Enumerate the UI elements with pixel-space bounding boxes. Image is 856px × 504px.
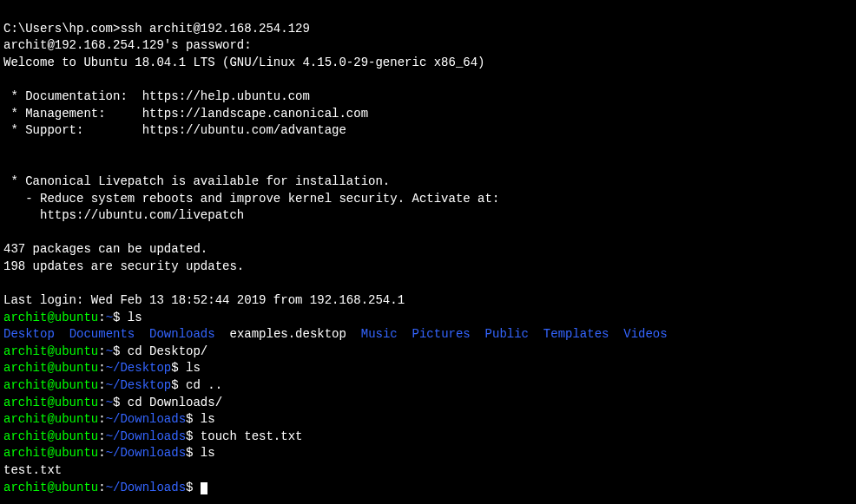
prompt-line-2: archit@ubuntu:~$ cd Desktop/ <box>3 344 207 358</box>
path-desktop: ~/Desktop <box>106 361 172 375</box>
path-downloads: ~/Downloads <box>106 481 186 494</box>
packages-update: 437 packages can be updated. <box>3 242 207 256</box>
separator: : <box>98 481 105 494</box>
welcome-banner: Welcome to Ubuntu 18.04.1 LTS (GNU/Linux… <box>3 56 485 69</box>
cursor-icon <box>201 482 207 494</box>
user-host: archit@ubuntu <box>3 446 98 460</box>
dollar-prompt: $ <box>113 311 128 324</box>
dir-downloads: Downloads <box>149 327 215 341</box>
separator: : <box>98 396 105 409</box>
livepatch-line3: https://ubuntu.com/livepatch <box>3 208 244 222</box>
dir-desktop: Desktop <box>3 327 55 341</box>
prompt-line-8: archit@ubuntu:~/Downloads$ ls <box>3 446 215 460</box>
ssh-command-line: C:\Users\hp.com>ssh archit@192.168.254.1… <box>3 22 310 36</box>
livepatch-line1: * Canonical Livepatch is available for i… <box>3 174 390 188</box>
separator: : <box>98 311 105 324</box>
separator: : <box>98 412 105 426</box>
dollar-prompt: $ <box>171 361 186 375</box>
file-examples: examples.desktop <box>230 327 346 341</box>
dollar-prompt: $ <box>186 429 201 443</box>
separator: : <box>98 446 105 460</box>
management-link: * Management: https://landscape.canonica… <box>3 107 368 121</box>
dollar-prompt: $ <box>186 412 201 426</box>
prompt-line-7: archit@ubuntu:~/Downloads$ touch test.tx… <box>3 429 302 443</box>
separator: : <box>98 429 105 443</box>
security-updates: 198 updates are security updates. <box>3 259 244 273</box>
password-prompt: archit@192.168.254.129's password: <box>3 38 252 52</box>
path-downloads: ~/Downloads <box>106 446 186 460</box>
path-desktop: ~/Desktop <box>106 378 172 392</box>
user-host: archit@ubuntu <box>3 361 98 375</box>
path-downloads: ~/Downloads <box>106 429 186 443</box>
path-home: ~ <box>106 396 113 409</box>
separator: : <box>98 344 105 358</box>
dollar-prompt: $ <box>113 344 128 358</box>
prompt-line-1: archit@ubuntu:~$ ls <box>3 311 142 324</box>
prompt-line-4: archit@ubuntu:~/Desktop$ cd .. <box>3 378 222 392</box>
user-host: archit@ubuntu <box>3 344 98 358</box>
user-host: archit@ubuntu <box>3 412 98 426</box>
cmd-cd-up: cd .. <box>186 378 222 392</box>
user-host: archit@ubuntu <box>3 396 98 409</box>
prompt-line-5: archit@ubuntu:~$ cd Downloads/ <box>3 396 222 409</box>
dir-videos: Videos <box>623 327 667 341</box>
terminal-output[interactable]: C:\Users\hp.com>ssh archit@192.168.254.1… <box>3 3 853 496</box>
cmd-ls: ls <box>201 412 215 426</box>
prompt-line-6: archit@ubuntu:~/Downloads$ ls <box>3 412 215 426</box>
dir-public: Public <box>485 327 529 341</box>
dir-documents: Documents <box>69 327 135 341</box>
separator: : <box>98 378 105 392</box>
user-host: archit@ubuntu <box>3 311 98 324</box>
last-login: Last login: Wed Feb 13 18:52:44 2019 fro… <box>3 293 405 307</box>
user-host: archit@ubuntu <box>3 429 98 443</box>
livepatch-line2: - Reduce system reboots and improve kern… <box>3 192 499 206</box>
cmd-ls: ls <box>201 446 215 460</box>
dir-pictures: Pictures <box>412 327 471 341</box>
user-host: archit@ubuntu <box>3 378 98 392</box>
dollar-prompt: $ <box>186 446 201 460</box>
ls-output-home: Desktop Documents Downloads examples.des… <box>3 327 668 341</box>
ls-output-testfile: test.txt <box>3 463 62 477</box>
dollar-prompt: $ <box>171 378 186 392</box>
path-home: ~ <box>106 344 113 358</box>
support-link: * Support: https://ubuntu.com/advantage <box>3 123 346 137</box>
user-host: archit@ubuntu <box>3 481 98 494</box>
dir-templates: Templates <box>543 327 609 341</box>
dir-music: Music <box>361 327 398 341</box>
documentation-link: * Documentation: https://help.ubuntu.com <box>3 89 310 103</box>
prompt-line-3: archit@ubuntu:~/Desktop$ ls <box>3 361 201 375</box>
cmd-ls: ls <box>128 311 142 324</box>
path-downloads: ~/Downloads <box>106 412 186 426</box>
path-home: ~ <box>106 311 113 324</box>
cmd-cd-desktop: cd Desktop/ <box>128 344 207 358</box>
prompt-line-9: archit@ubuntu:~/Downloads$ <box>3 481 207 494</box>
dollar-prompt: $ <box>186 481 201 494</box>
cmd-cd-downloads: cd Downloads/ <box>128 396 222 409</box>
separator: : <box>98 361 105 375</box>
cmd-ls: ls <box>186 361 201 375</box>
dollar-prompt: $ <box>113 396 128 409</box>
cmd-touch: touch test.txt <box>201 429 303 443</box>
